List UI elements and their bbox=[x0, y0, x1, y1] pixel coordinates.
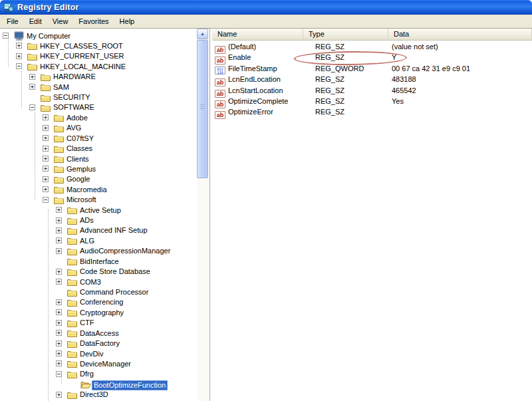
expand-icon[interactable]: + bbox=[56, 340, 62, 346]
column-header-data[interactable]: Data bbox=[388, 29, 532, 41]
tree-item-label[interactable]: Active Setup bbox=[78, 206, 122, 215]
expand-icon[interactable]: + bbox=[56, 269, 62, 275]
tree-item-label[interactable]: Advanced INF Setup bbox=[78, 226, 149, 235]
tree-item-label[interactable]: ADs bbox=[78, 216, 95, 225]
tree-item-avg[interactable]: +AVG bbox=[0, 123, 197, 133]
tree-item-label[interactable]: DataFactory bbox=[78, 339, 121, 348]
menu-file[interactable]: File bbox=[1, 15, 24, 28]
expand-icon[interactable]: + bbox=[43, 156, 49, 162]
tree-item-label[interactable]: Adobe bbox=[65, 114, 89, 122]
tree-item-label[interactable]: Gemplus bbox=[65, 165, 97, 174]
expand-icon[interactable]: + bbox=[56, 217, 62, 223]
value-type[interactable]: REG_SZ bbox=[315, 75, 344, 84]
value-data[interactable]: 00 67 ca 42 31 e9 c9 01 bbox=[392, 65, 470, 73]
expand-icon[interactable]: + bbox=[56, 279, 62, 285]
value-row-enable[interactable]: abEnableREG_SZY bbox=[212, 53, 532, 63]
tree-item-clients[interactable]: +Clients bbox=[0, 154, 197, 164]
value-data[interactable]: 483188 bbox=[392, 75, 416, 84]
tree-item-command-processor[interactable]: Command Processor bbox=[0, 287, 197, 297]
tree-item-label[interactable]: AudioCompressionManager bbox=[78, 247, 172, 255]
value-name[interactable]: Enable bbox=[228, 53, 251, 62]
collapse-icon[interactable]: − bbox=[43, 197, 49, 203]
tree-item-hkey-classes-root[interactable]: +HKEY_CLASSES_ROOT bbox=[0, 41, 197, 51]
collapse-icon[interactable]: − bbox=[16, 63, 22, 69]
value-row-optimizeerror[interactable]: abOptimizeErrorREG_SZ bbox=[212, 107, 532, 118]
value-type[interactable]: REG_SZ bbox=[315, 53, 344, 62]
tree-item-label[interactable]: HARDWARE bbox=[52, 72, 97, 81]
expand-icon[interactable]: + bbox=[16, 43, 22, 49]
tree-item-label[interactable]: Classes bbox=[65, 144, 94, 153]
tree-item-label[interactable]: COM3 bbox=[78, 278, 102, 287]
expand-icon[interactable]: + bbox=[56, 237, 62, 243]
expand-icon[interactable]: + bbox=[43, 176, 49, 182]
tree-item-label[interactable]: HKEY_LOCAL_MACHINE bbox=[39, 63, 127, 71]
collapse-icon[interactable]: − bbox=[29, 104, 35, 110]
tree-item-classes[interactable]: +Classes bbox=[0, 144, 197, 154]
tree-item-label[interactable]: BidInterface bbox=[78, 257, 120, 266]
tree-item-label[interactable]: SECURITY bbox=[52, 93, 92, 102]
expand-icon[interactable]: + bbox=[56, 360, 62, 366]
tree-item-label[interactable]: Microsoft bbox=[65, 196, 98, 204]
menu-favorites[interactable]: Favorites bbox=[73, 15, 114, 28]
tree-item-macromedia[interactable]: +Macromedia bbox=[0, 184, 197, 194]
expand-icon[interactable]: + bbox=[56, 227, 62, 233]
value-name[interactable]: (Default) bbox=[228, 43, 256, 51]
tree-item-microsoft[interactable]: −Microsoft bbox=[0, 195, 197, 205]
tree-item-label[interactable]: BootOptimizeFunction bbox=[92, 380, 168, 390]
expand-icon[interactable]: + bbox=[43, 135, 49, 141]
collapse-icon[interactable]: − bbox=[3, 33, 9, 39]
menu-view[interactable]: View bbox=[47, 15, 74, 28]
expand-icon[interactable]: + bbox=[29, 84, 35, 90]
tree-item-label[interactable]: SAM bbox=[52, 83, 70, 92]
value-name[interactable]: LcnEndLocation bbox=[228, 75, 281, 84]
tree-item-software[interactable]: −SOFTWARE bbox=[0, 102, 197, 112]
tree-item-ctf[interactable]: +CTF bbox=[0, 318, 197, 328]
tree-item-security[interactable]: SECURITY bbox=[0, 92, 197, 102]
value-row-lcnstartlocation[interactable]: abLcnStartLocationREG_SZ465542 bbox=[212, 86, 532, 96]
tree-item-bootoptimizefunction[interactable]: BootOptimizeFunction bbox=[0, 379, 197, 389]
tree-item-code-store-database[interactable]: +Code Store Database bbox=[0, 267, 197, 277]
expand-icon[interactable]: + bbox=[16, 53, 22, 59]
tree-item-label[interactable]: SOFTWARE bbox=[52, 103, 96, 112]
value-data[interactable]: Y bbox=[392, 53, 396, 62]
tree-scrollbar[interactable]: ▲ bbox=[197, 29, 208, 401]
tree-item-adobe[interactable]: +Adobe bbox=[0, 112, 197, 122]
value-type[interactable]: REG_SZ bbox=[315, 97, 344, 106]
value-data[interactable]: 465542 bbox=[392, 86, 416, 95]
tree-item-label[interactable]: Dfrg bbox=[78, 370, 95, 378]
tree-item-label[interactable]: DataAccess bbox=[78, 329, 120, 338]
expand-icon[interactable]: + bbox=[43, 146, 49, 152]
tree-item-label[interactable]: Direct3D bbox=[78, 390, 110, 399]
tree-item-com3[interactable]: +COM3 bbox=[0, 277, 197, 287]
value-data[interactable]: (value not set) bbox=[392, 43, 438, 51]
tree-item-label[interactable]: HKEY_CURRENT_USER bbox=[39, 52, 126, 61]
tree-item-dfrg[interactable]: −Dfrg bbox=[0, 369, 197, 379]
tree-item-hkey-local-machine[interactable]: −HKEY_LOCAL_MACHINE bbox=[0, 61, 197, 71]
value-type[interactable]: REG_SZ bbox=[315, 86, 344, 95]
tree-item-hardware[interactable]: +HARDWARE bbox=[0, 72, 197, 82]
column-header-type[interactable]: Type bbox=[303, 29, 388, 41]
tree-item-ads[interactable]: +ADs bbox=[0, 215, 197, 225]
tree-item-label[interactable]: Command Processor bbox=[78, 288, 150, 297]
value-type[interactable]: REG_SZ bbox=[315, 108, 344, 116]
value-row-default[interactable]: ab(Default)REG_SZ(value not set) bbox=[212, 42, 532, 53]
expand-icon[interactable]: + bbox=[56, 309, 62, 315]
value-name[interactable]: FileTimeStamp bbox=[228, 65, 277, 73]
expand-icon[interactable]: + bbox=[56, 207, 62, 213]
tree-item-label[interactable]: Clients bbox=[65, 155, 90, 164]
value-row-lcnendlocation[interactable]: abLcnEndLocationREG_SZ483188 bbox=[212, 74, 532, 85]
value-row-filetimestamp[interactable]: 011110FileTimeStampREG_QWORD00 67 ca 42 … bbox=[212, 64, 532, 74]
tree-item-bidinterface[interactable]: BidInterface bbox=[0, 256, 197, 266]
tree-item-label[interactable]: Google bbox=[65, 175, 91, 184]
tree-item-label[interactable]: Cryptography bbox=[78, 309, 125, 317]
tree-item-label[interactable]: HKEY_CLASSES_ROOT bbox=[39, 42, 124, 51]
tree-item-devicemanager[interactable]: +DeviceManager bbox=[0, 358, 197, 368]
tree-item-sam[interactable]: +SAM bbox=[0, 82, 197, 92]
scrollbar-up-button[interactable]: ▲ bbox=[197, 29, 208, 39]
expand-icon[interactable]: + bbox=[56, 350, 62, 356]
menu-edit[interactable]: Edit bbox=[24, 15, 47, 28]
expand-icon[interactable]: + bbox=[29, 74, 35, 80]
tree-item-label[interactable]: My Computer bbox=[25, 32, 72, 41]
expand-icon[interactable]: + bbox=[56, 248, 62, 254]
collapse-icon[interactable]: − bbox=[56, 371, 62, 377]
